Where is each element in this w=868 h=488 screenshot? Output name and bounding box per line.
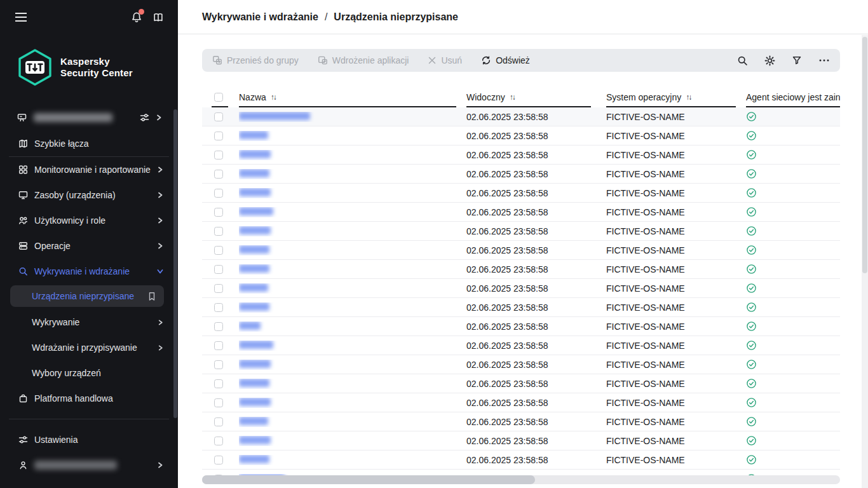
agent-installed-icon [746, 435, 757, 446]
device-name-link[interactable] [239, 417, 268, 425]
row-checkbox[interactable] [214, 322, 223, 331]
row-checkbox[interactable] [214, 417, 223, 426]
bookmark-icon[interactable] [147, 292, 156, 301]
agent-installed-icon [746, 416, 757, 427]
breadcrumb-current: Urządzenia nieprzypisane [334, 11, 458, 23]
row-checkbox[interactable] [214, 208, 223, 217]
sidebar-item-label: Wdrażanie i przypisywanie [32, 342, 137, 353]
sidebar-item-discovery-deployment[interactable]: Wykrywanie i wdrażanie [0, 259, 178, 284]
deploy-application-button[interactable]: Wdrożenie aplikacji [318, 55, 409, 65]
table-row: 02.06.2025 23:58:58 FICTIVE-OS-NAME [202, 355, 840, 374]
sliders-icon [18, 435, 29, 445]
delete-button[interactable]: Usuń [428, 55, 462, 65]
device-name-link[interactable] [239, 150, 271, 158]
server-settings-icon[interactable] [139, 112, 150, 123]
os-name: FICTIVE-OS-NAME [606, 302, 746, 313]
row-checkbox[interactable] [214, 170, 223, 179]
select-all-checkbox[interactable] [214, 93, 223, 102]
device-name-link[interactable] [239, 169, 269, 177]
agent-installed-icon [746, 187, 757, 198]
column-header-visible[interactable]: Widoczny↑↓ [466, 87, 606, 107]
breadcrumb-separator: / [325, 11, 327, 23]
refresh-button[interactable]: Odśwież [481, 55, 530, 65]
column-header-name[interactable]: Nazwa↑↓ [239, 87, 466, 107]
device-name-link[interactable] [239, 436, 271, 444]
sidebar-item-marketplace[interactable]: Platforma handlowa [0, 386, 178, 411]
horizontal-scrollbar[interactable] [202, 475, 840, 484]
device-name-link[interactable] [239, 188, 271, 196]
horizontal-scrollbar-thumb[interactable] [202, 475, 535, 484]
sidebar-item-account[interactable] [0, 452, 178, 478]
device-name-link[interactable] [239, 245, 269, 254]
row-checkbox[interactable] [214, 265, 223, 274]
notifications-button[interactable] [131, 11, 142, 24]
column-settings-button[interactable] [764, 55, 775, 66]
row-checkbox[interactable] [214, 360, 223, 369]
brand-line1: Kaspersky [60, 56, 133, 67]
visible-timestamp: 02.06.2025 23:58:58 [466, 188, 606, 198]
sort-icon[interactable]: ↑↓ [510, 93, 515, 102]
sidebar-item-users-roles[interactable]: Użytkownicy i role [0, 208, 178, 233]
agent-installed-icon [746, 302, 757, 313]
vertical-scrollbar[interactable] [862, 35, 868, 488]
sidebar-item-operations[interactable]: Operacje [0, 233, 178, 259]
row-checkbox[interactable] [214, 132, 223, 140]
device-name-link[interactable] [239, 131, 268, 139]
device-name-link[interactable] [239, 283, 268, 292]
sidebar-item-unassigned-devices[interactable]: Urządzenia nieprzypisane [10, 285, 164, 307]
device-name-link[interactable] [239, 341, 273, 349]
server-selector[interactable] [0, 108, 178, 127]
filter-button[interactable] [792, 55, 802, 65]
row-checkbox[interactable] [214, 227, 223, 236]
sort-icon[interactable]: ↑↓ [686, 93, 691, 102]
table-row: 02.06.2025 23:58:58 FICTIVE-OS-NAME [202, 451, 840, 470]
help-guide-button[interactable] [153, 12, 164, 23]
server-icon [17, 112, 27, 123]
sidebar-scrollbar-thumb[interactable] [173, 109, 177, 418]
row-checkbox[interactable] [214, 112, 223, 121]
sidebar-item-quick-links[interactable]: Szybkie łącza [0, 131, 178, 156]
row-checkbox[interactable] [214, 437, 223, 445]
sidebar-item-device-selections[interactable]: Wybory urządzeń [0, 360, 178, 386]
sort-icon[interactable]: ↑↓ [271, 93, 276, 102]
sidebar-item-monitoring[interactable]: Monitorowanie i raportowanie [0, 157, 178, 182]
sidebar-item-deployment-assignment[interactable]: Wdrażanie i przypisywanie [0, 335, 178, 360]
table-toolbar: Przenieś do grupy Wdrożenie aplikacji Us… [202, 49, 840, 72]
hamburger-menu-button[interactable] [15, 12, 27, 22]
device-name-link[interactable] [239, 398, 271, 406]
row-checkbox[interactable] [214, 189, 223, 198]
move-to-group-button[interactable]: Przenieś do grupy [212, 55, 299, 65]
row-checkbox[interactable] [214, 246, 223, 255]
device-name-link[interactable] [239, 207, 273, 215]
device-name-link[interactable] [239, 322, 261, 330]
row-checkbox[interactable] [214, 398, 223, 407]
sidebar-item-label: Wybory urządzeń [32, 368, 101, 378]
sidebar-item-settings[interactable]: Ustawienia [0, 427, 178, 452]
sidebar-item-assets[interactable]: Zasoby (urządzenia) [0, 182, 178, 208]
device-name-link[interactable] [239, 226, 271, 234]
column-header-os[interactable]: System operacyjny↑↓ [606, 87, 746, 107]
os-name: FICTIVE-OS-NAME [606, 436, 746, 446]
row-checkbox[interactable] [214, 151, 223, 159]
device-name-link[interactable] [239, 264, 269, 273]
search-button[interactable] [737, 55, 748, 66]
vertical-scrollbar-thumb[interactable] [862, 37, 867, 273]
row-checkbox[interactable] [214, 284, 223, 293]
column-header-agent[interactable]: Agent sieciowy jest zain [746, 87, 840, 107]
table-row: 02.06.2025 23:58:58 FICTIVE-OS-NAME [202, 126, 840, 146]
row-checkbox[interactable] [214, 341, 223, 350]
device-name-link[interactable] [239, 455, 269, 463]
os-name: FICTIVE-OS-NAME [606, 417, 746, 427]
device-name-link[interactable] [239, 112, 310, 120]
sidebar-item-label: Ustawienia [34, 435, 78, 445]
row-checkbox[interactable] [214, 303, 223, 312]
row-checkbox[interactable] [214, 456, 223, 464]
sidebar-item-discovery[interactable]: Wykrywanie [0, 309, 178, 335]
row-checkbox[interactable] [214, 379, 223, 388]
device-name-link[interactable] [239, 302, 269, 311]
breadcrumb-parent[interactable]: Wykrywanie i wdrażanie [202, 11, 318, 23]
chevron-right-icon [157, 344, 164, 351]
device-name-link[interactable] [239, 379, 269, 387]
more-options-button[interactable] [818, 58, 830, 62]
device-name-link[interactable] [239, 360, 271, 368]
